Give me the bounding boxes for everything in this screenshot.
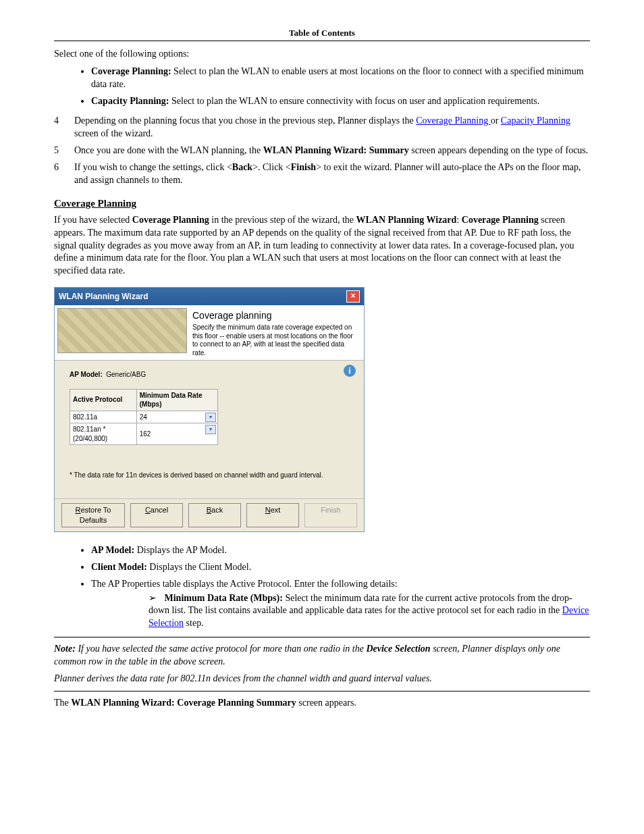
option-capacity: Capacity Planning: Select to plan the WL… xyxy=(91,95,590,108)
col-active-protocol: Active Protocol xyxy=(70,389,137,411)
table-row: 802.11an *(20/40,800) 162▾ xyxy=(70,423,218,445)
step-number: 6 xyxy=(54,161,74,187)
step-list: 4 Depending on the planning focus that y… xyxy=(54,115,590,186)
wizard-heading: Coverage planning xyxy=(192,309,358,322)
details-list: AP Model: Displays the AP Model. Client … xyxy=(81,544,590,630)
wizard-footnote: * The data rate for 11n devices is deriv… xyxy=(70,471,349,480)
list-item: The AP Properties table displays the Act… xyxy=(91,578,590,631)
cancel-button[interactable]: Cancel xyxy=(130,503,183,527)
wlan-planning-wizard: WLAN Planning Wizard × Coverage planning… xyxy=(54,287,365,532)
list-item: Client Model: Displays the Client Model. xyxy=(91,561,590,574)
rate-cell[interactable]: 162▾ xyxy=(136,423,217,445)
ap-model-row: AP Model: Generic/ABG xyxy=(70,370,349,380)
ap-model-value: Generic/ABG xyxy=(106,371,146,378)
page-number: 59 xyxy=(54,831,590,834)
options-list: Coverage Planning: Select to plan the WL… xyxy=(81,66,590,108)
finish-button: Finish xyxy=(304,503,357,527)
step-text: Depending on the planning focus that you… xyxy=(74,115,590,140)
chevron-down-icon[interactable]: ▾ xyxy=(205,413,216,422)
divider xyxy=(54,691,590,692)
page-header: Table of Contents xyxy=(54,27,590,41)
option-label: Coverage Planning: xyxy=(91,66,171,76)
rate-cell[interactable]: 24▾ xyxy=(136,411,217,423)
divider xyxy=(54,637,590,637)
list-item: Minimum Data Rate (Mbps): Select the min… xyxy=(149,592,590,631)
wizard-buttons: Restore To Defaults Cancel Back Next Fin… xyxy=(55,498,364,531)
col-min-data-rate: Minimum Data Rate (Mbps) xyxy=(136,389,217,411)
restore-defaults-button[interactable]: Restore To Defaults xyxy=(61,503,125,527)
sub-list: Minimum Data Rate (Mbps): Select the min… xyxy=(138,592,590,631)
section-paragraph: If you have selected Coverage Planning i… xyxy=(54,214,590,278)
wizard-title: WLAN Planning Wizard xyxy=(59,291,149,302)
option-text: Select to plan the WLAN to ensure connec… xyxy=(169,96,540,106)
section-heading: Coverage Planning xyxy=(54,197,590,210)
protocol-cell: 802.11a xyxy=(70,411,137,423)
info-icon[interactable]: i xyxy=(344,365,356,377)
list-item: AP Model: Displays the AP Model. xyxy=(91,544,590,557)
page-footer: 59 HP RF Planner User Guide xyxy=(54,831,590,834)
capacity-planning-link[interactable]: Capacity Planning xyxy=(501,115,570,126)
final-paragraph: The WLAN Planning Wizard: Coverage Plann… xyxy=(54,697,590,710)
step-number: 5 xyxy=(54,145,74,157)
option-coverage: Coverage Planning: Select to plan the WL… xyxy=(91,66,590,91)
chevron-down-icon[interactable]: ▾ xyxy=(205,425,216,434)
back-button[interactable]: Back xyxy=(188,503,241,527)
intro-text: Select one of the following options: xyxy=(54,48,590,61)
option-label: Capacity Planning: xyxy=(91,96,169,106)
step-text: If you wish to change the settings, clic… xyxy=(74,161,590,187)
protocol-cell: 802.11an *(20/40,800) xyxy=(70,423,137,445)
wizard-description: Specify the minimum data rate coverage e… xyxy=(192,323,358,357)
step-text: Once you are done with the WLAN planning… xyxy=(74,145,590,157)
wizard-header: Coverage planning Specify the minimum da… xyxy=(55,305,364,361)
close-icon[interactable]: × xyxy=(346,290,360,303)
note-paragraph: Planner derives the data rate for 802.11… xyxy=(54,673,590,685)
protocol-table: Active Protocol Minimum Data Rate (Mbps)… xyxy=(70,389,218,446)
coverage-planning-link[interactable]: Coverage Planning xyxy=(416,115,490,126)
table-row: 802.11a 24▾ xyxy=(70,411,218,423)
note-paragraph: Note: If you have selected the same acti… xyxy=(54,643,590,669)
floorplan-thumbnail xyxy=(57,308,187,353)
wizard-body: i AP Model: Generic/ABG Active Protocol … xyxy=(55,361,364,498)
toc-link[interactable]: Table of Contents xyxy=(289,28,355,38)
next-button[interactable]: Next xyxy=(246,503,299,527)
wizard-titlebar: WLAN Planning Wizard × xyxy=(55,288,364,305)
step-number: 4 xyxy=(54,115,74,140)
